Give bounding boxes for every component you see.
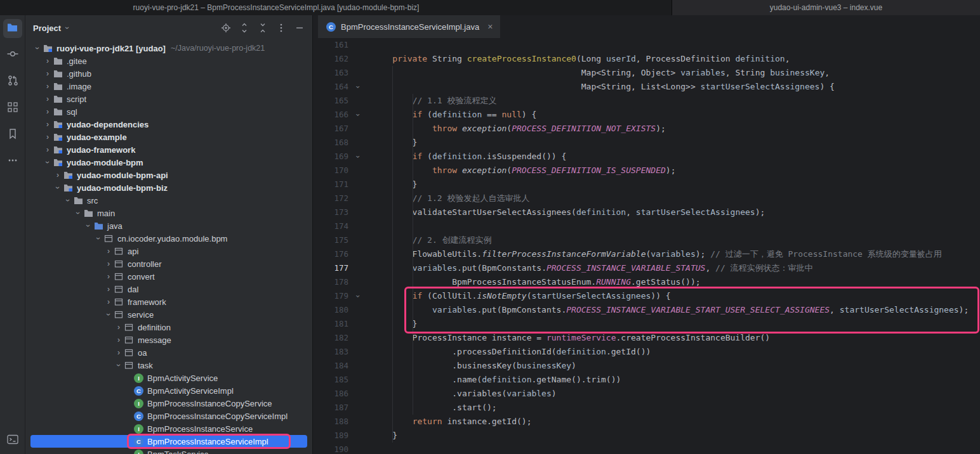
chevron-down-icon[interactable]: › [53,183,62,192]
chevron-right-icon[interactable]: › [114,348,123,357]
chevron-down-icon[interactable]: › [33,44,42,53]
project-panel-title[interactable]: Project [33,23,61,33]
tree-item-sql[interactable]: ›sql [25,105,312,118]
line-number[interactable]: 186 [313,387,348,401]
chevron-down-icon[interactable]: › [104,310,113,319]
code-line-183[interactable]: 183 .processDefinitionId(definition.getI… [313,345,980,359]
expand-all-icon[interactable] [239,23,249,33]
chevron-right-icon[interactable]: › [104,247,113,256]
chevron-right-icon[interactable]: › [114,335,123,344]
fold-chevron-icon[interactable]: › [348,150,368,164]
tree-item-task[interactable]: ›task [25,359,312,372]
code-line-176[interactable]: 176 FlowableUtils.filterProcessInstanceF… [313,247,980,261]
line-number[interactable]: 170 [313,164,348,178]
tree-item-bpmprocessinstancecopyservice[interactable]: IBpmProcessInstanceCopyService [25,397,312,410]
chevron-right-icon[interactable]: › [53,171,62,179]
more-tools-button[interactable] [3,152,22,171]
chevron-down-icon[interactable]: › [84,221,93,230]
code-line-181[interactable]: 181 } [313,317,980,331]
terminal-tool-button[interactable] [3,431,22,450]
line-number[interactable]: 178 [313,275,348,289]
tree-item-definition[interactable]: ›definition [25,321,312,334]
code-line-173[interactable]: 173 validateStartUserSelectAssignees(def… [313,205,980,219]
chevron-right-icon[interactable]: › [114,323,123,332]
chevron-right-icon[interactable]: › [43,82,52,91]
line-number[interactable]: 163 [313,66,348,80]
fold-chevron-icon[interactable]: › [348,289,368,303]
tree-item-bpmtaskservice[interactable]: IBpmTaskService [25,448,312,454]
commit-tool-button[interactable] [3,46,22,65]
close-tab-icon[interactable]: × [487,22,493,32]
tree-item-convert[interactable]: ›convert [25,270,312,283]
editor-tab-bpmprocessinstanceserviceimpl-java[interactable]: C BpmProcessInstanceServiceImpl.java × [318,15,500,38]
tree-item-controller[interactable]: ›controller [25,257,312,270]
line-number[interactable]: 181 [313,317,348,331]
line-number[interactable]: 182 [313,331,348,345]
tree-item-ruoyi-vue-pro-jdk21-yudao[interactable]: ›ruoyi-vue-pro-jdk21 [yudao]~/Java/ruoyi… [25,42,312,55]
tree-item-service[interactable]: ›service [25,308,312,321]
code-line-169[interactable]: 169› if (definition.isSuspended()) { [313,150,980,164]
chevron-right-icon[interactable]: › [43,94,52,103]
code-line-163[interactable]: 163 Map<String, Object> variables, Strin… [313,66,980,80]
tree-item-yudao-module-bpm[interactable]: ›yudao-module-bpm [25,156,312,169]
line-number[interactable]: 171 [313,178,348,191]
chevron-down-icon[interactable]: › [43,158,52,167]
tree-item-yudao-framework[interactable]: ›yudao-framework [25,143,312,156]
code-line-172[interactable]: 172 // 1.2 校验发起人自选审批人 [313,191,980,205]
tree-item-gitee[interactable]: ›.gitee [25,55,312,67]
code-line-167[interactable]: 167 throw exception(PROCESS_DEFINITION_N… [313,122,980,136]
line-number[interactable]: 162 [313,52,348,66]
tree-item-src[interactable]: ›src [25,194,312,207]
bookmarks-tool-button[interactable] [3,126,22,145]
line-number[interactable]: 174 [313,219,348,233]
code-line-186[interactable]: 186 .variables(variables) [313,387,980,401]
hide-panel-icon[interactable] [295,23,305,33]
code-area[interactable]: 161162 private String createProcessInsta… [313,38,980,454]
line-number[interactable]: 183 [313,345,348,359]
code-line-184[interactable]: 184 .businessKey(businessKey) [313,359,980,373]
tree-item-oa[interactable]: ›oa [25,346,312,359]
line-number[interactable]: 188 [313,415,348,429]
collapse-all-icon[interactable] [258,23,268,33]
chevron-down-icon[interactable]: › [63,27,72,29]
chevron-right-icon[interactable]: › [104,259,113,268]
tree-item-dal[interactable]: ›dal [25,283,312,295]
code-line-175[interactable]: 175 // 2. 创建流程实例 [313,233,980,247]
pull-requests-tool-button[interactable] [3,72,22,91]
fold-chevron-icon[interactable]: › [348,80,368,94]
chevron-down-icon[interactable]: › [63,196,72,205]
chevron-down-icon[interactable]: › [94,234,103,243]
code-line-178[interactable]: 178 BpmProcessInstanceStatusEnum.RUNNING… [313,275,980,289]
tree-item-api[interactable]: ›api [25,245,312,257]
tree-item-bpmactivityserviceimpl[interactable]: CBpmActivityServiceImpl [25,384,312,397]
tree-item-yudao-module-bpm-biz[interactable]: ›yudao-module-bpm-biz [25,181,312,194]
line-number[interactable]: 169 [313,150,348,164]
tree-item-yudao-dependencies[interactable]: ›yudao-dependencies [25,118,312,131]
fold-chevron-icon[interactable]: › [348,108,368,122]
line-number[interactable]: 172 [313,191,348,205]
chevron-right-icon[interactable]: › [43,107,52,116]
line-number[interactable]: 190 [313,443,348,454]
tree-item-bpmprocessinstancecopyserviceimpl[interactable]: CBpmProcessInstanceCopyServiceImpl [25,410,312,422]
tree-item-main[interactable]: ›main [25,207,312,219]
line-number[interactable]: 184 [313,359,348,373]
code-line-161[interactable]: 161 [313,38,980,52]
chevron-right-icon[interactable]: › [104,297,113,306]
chevron-right-icon[interactable]: › [43,133,52,141]
tree-item-yudao-example[interactable]: ›yudao-example [25,131,312,143]
code-line-170[interactable]: 170 throw exception(PROCESS_DEFINITION_I… [313,164,980,178]
code-line-179[interactable]: 179› if (CollUtil.isNotEmpty(startUserSe… [313,289,980,303]
code-line-187[interactable]: 187 .start(); [313,401,980,415]
more-options-icon[interactable] [276,23,286,33]
code-line-180[interactable]: 180 variables.put(BpmConstants.PROCESS_I… [313,303,980,317]
line-number[interactable]: 161 [313,38,348,52]
tree-item-framework[interactable]: ›framework [25,295,312,308]
chevron-down-icon[interactable]: › [114,361,123,370]
tree-item-yudao-module-bpm-api[interactable]: ›yudao-module-bpm-api [25,169,312,181]
chevron-right-icon[interactable]: › [104,285,113,294]
tree-item-java[interactable]: ›java [25,219,312,232]
line-number[interactable]: 164 [313,80,348,94]
line-number[interactable]: 179 [313,289,348,303]
tree-item-cn-iocoder-yudao-module-bpm[interactable]: ›cn.iocoder.yudao.module.bpm [25,232,312,245]
code-line-164[interactable]: 164› Map<String, List<Long>> startUserSe… [313,80,980,94]
